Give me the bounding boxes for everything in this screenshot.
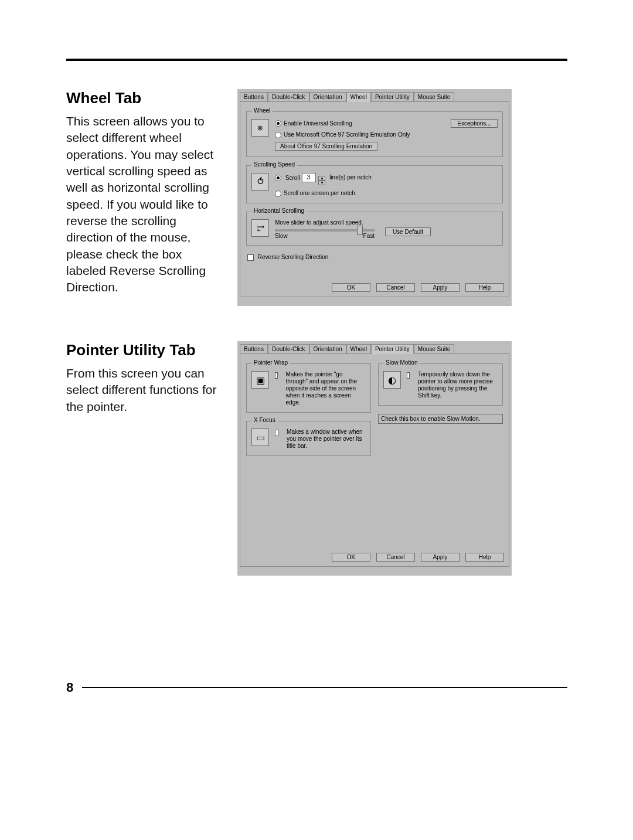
focus-text: Makes a window active when you move the … xyxy=(287,428,366,450)
radio-enable-universal[interactable] xyxy=(275,120,281,127)
screenshot-wheel: Buttons Double-Click Orientation Wheel P… xyxy=(237,89,512,306)
scroll-lines-spin[interactable]: ▲▼ xyxy=(318,176,325,185)
tab-mouse-suite-2[interactable]: Mouse Suite xyxy=(414,344,455,354)
scroll-speed-icon: ⥀ xyxy=(251,173,269,191)
reverse-checkbox[interactable] xyxy=(247,254,254,261)
tab-orientation[interactable]: Orientation xyxy=(309,92,346,102)
apply-button[interactable]: Apply xyxy=(421,283,460,292)
label-scroll-pre: Scroll xyxy=(285,174,300,181)
apply-button-2[interactable]: Apply xyxy=(421,553,460,562)
group-x-focus-title: X Focus xyxy=(251,417,278,423)
group-wheel: Wheel ⎈ Enable Universal Scrolling Excep… xyxy=(246,111,503,157)
tab-pointer-utility[interactable]: Pointer Utility xyxy=(371,92,414,102)
slow-checkbox[interactable] xyxy=(407,372,410,379)
cancel-button-2[interactable]: Cancel xyxy=(376,553,415,562)
ok-button-2[interactable]: OK xyxy=(332,553,370,562)
radio-scroll-screen[interactable] xyxy=(275,191,281,197)
scroll-lines-input[interactable]: 3 xyxy=(302,173,316,182)
wrap-checkbox[interactable] xyxy=(275,372,278,379)
tab-pointer-utility-2[interactable]: Pointer Utility xyxy=(371,344,414,354)
label-reverse: Reverse Scrolling Direction xyxy=(258,254,329,260)
label-fast: Fast xyxy=(363,233,375,239)
label-slow: Slow xyxy=(275,233,288,239)
screenshot-pointer: Buttons Double-Click Orientation Wheel P… xyxy=(237,341,512,576)
heading-wheel: Wheel Tab xyxy=(66,89,224,107)
label-enable-universal: Enable Universal Scrolling xyxy=(284,120,352,127)
heading-pointer: Pointer Utility Tab xyxy=(66,341,224,359)
use-default-button[interactable]: Use Default xyxy=(385,227,431,236)
focus-icon: ▭ xyxy=(251,428,269,446)
group-scroll-speed-title: Scrolling Speed xyxy=(251,161,297,168)
horiz-slider-thumb[interactable] xyxy=(357,226,363,235)
slow-hint-box: Check this box to enable Slow Motion. xyxy=(378,414,503,424)
tab-mouse-suite[interactable]: Mouse Suite xyxy=(414,92,455,102)
horiz-text: Move slider to adjust scroll speed. xyxy=(275,219,375,226)
group-horizontal-title: Horizontal Scrolling xyxy=(251,208,307,214)
group-slow-motion-title: Slow Motion xyxy=(383,359,420,366)
tab-double-click-2[interactable]: Double-Click xyxy=(268,344,309,354)
wheel-icon: ⎈ xyxy=(251,119,269,137)
tab-orientation-2[interactable]: Orientation xyxy=(309,344,346,354)
tab-buttons[interactable]: Buttons xyxy=(240,92,268,102)
focus-checkbox[interactable] xyxy=(275,430,278,436)
cancel-button[interactable]: Cancel xyxy=(376,283,415,292)
group-pointer-wrap: Pointer Wrap ▣ Makes the pointer "go thr… xyxy=(246,363,371,413)
label-scroll-screen: Scroll one screen per notch. xyxy=(284,190,357,196)
group-scroll-speed: Scrolling Speed ⥀ Scroll 3 ▲▼ line(s) pe… xyxy=(246,165,503,203)
wrap-icon: ▣ xyxy=(251,371,269,389)
group-x-focus: X Focus ▭ Makes a window active when you… xyxy=(246,421,371,456)
group-horizontal: Horizontal Scrolling ⥂ Move slider to ad… xyxy=(246,212,503,246)
tab-buttons-2[interactable]: Buttons xyxy=(240,344,268,354)
help-button-2[interactable]: Help xyxy=(465,553,504,562)
group-wheel-title: Wheel xyxy=(251,107,273,114)
slow-icon: ◐ xyxy=(383,371,401,389)
horizontal-icon: ⥂ xyxy=(251,219,269,237)
radio-use-office[interactable] xyxy=(275,132,281,138)
group-pointer-wrap-title: Pointer Wrap xyxy=(251,359,290,366)
wrap-text: Makes the pointer "go through" and appea… xyxy=(286,371,366,406)
body-pointer: From this screen you can select differen… xyxy=(66,365,224,415)
radio-scroll-lines[interactable] xyxy=(275,175,281,181)
body-wheel: This screen allows you to select differe… xyxy=(66,113,224,296)
section-wheel: Wheel Tab This screen allows you to sele… xyxy=(66,89,567,306)
exceptions-button[interactable]: Exceptions... xyxy=(451,119,498,128)
help-button[interactable]: Help xyxy=(465,283,504,292)
group-slow-motion: Slow Motion ◐ Temporarily slows down the… xyxy=(378,363,503,406)
slow-text: Temporarily slows down the pointer to al… xyxy=(418,371,498,399)
tab-wheel-2[interactable]: Wheel xyxy=(346,344,371,354)
top-rule xyxy=(66,59,567,61)
horiz-slider[interactable] xyxy=(275,229,375,232)
footer-rule xyxy=(82,687,567,688)
tab-wheel[interactable]: Wheel xyxy=(346,92,371,102)
label-use-office: Use Microsoft Office 97 Scrolling Emulat… xyxy=(284,131,410,138)
ok-button[interactable]: OK xyxy=(332,283,370,292)
tab-double-click[interactable]: Double-Click xyxy=(268,92,309,102)
about-office-button[interactable]: About Office 97 Scrolling Emulation xyxy=(275,142,377,151)
section-pointer: Pointer Utility Tab From this screen you… xyxy=(66,341,567,576)
label-scroll-post: line(s) per notch xyxy=(329,174,372,181)
page-number: 8 xyxy=(66,680,73,695)
